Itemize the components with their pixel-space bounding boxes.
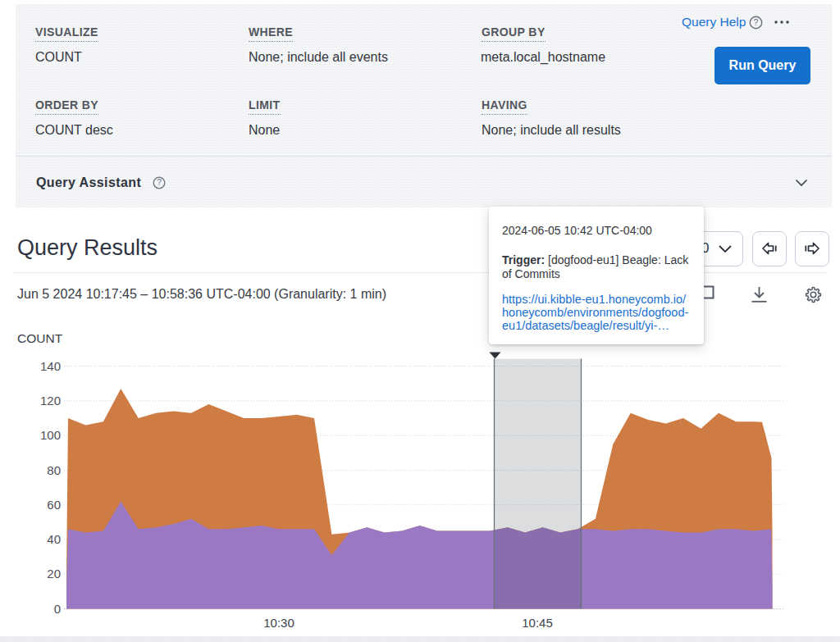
svg-text:20: 20 <box>47 567 61 581</box>
svg-text:120: 120 <box>40 394 61 408</box>
svg-text:80: 80 <box>47 463 61 477</box>
svg-text:10:30: 10:30 <box>263 616 294 630</box>
svg-text:40: 40 <box>47 532 61 546</box>
svg-text:?: ? <box>754 17 759 27</box>
svg-text:60: 60 <box>47 498 61 512</box>
svg-text:0: 0 <box>54 602 61 616</box>
svg-text:140: 140 <box>40 359 61 373</box>
svg-text:10:45: 10:45 <box>522 616 553 630</box>
svg-text:100: 100 <box>40 428 61 442</box>
svg-text:?: ? <box>157 178 162 187</box>
